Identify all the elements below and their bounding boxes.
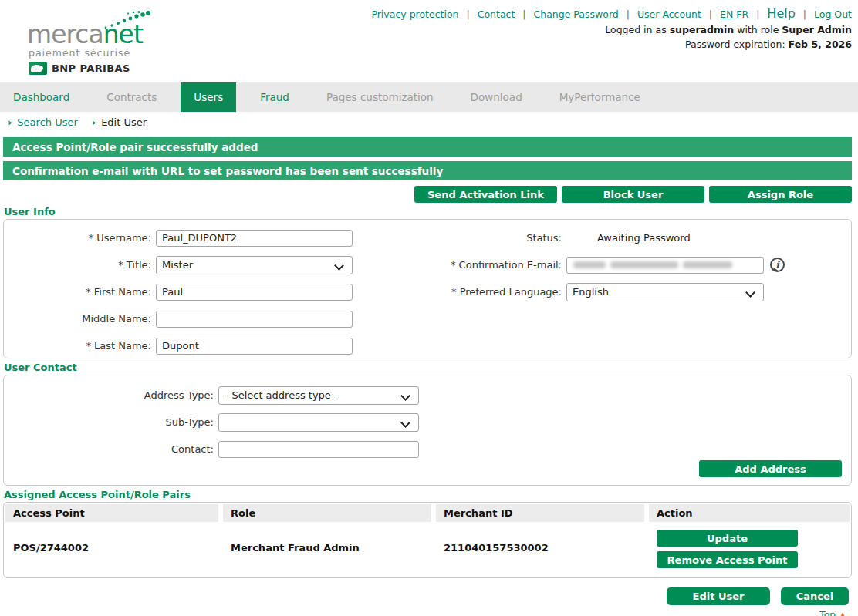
status-value: Awaiting Password [597, 232, 691, 244]
logged-in-username: superadmin [670, 24, 735, 35]
logout-link[interactable]: Log Out [814, 8, 852, 20]
contact-input[interactable] [218, 441, 419, 458]
success-message-email: Confirmation e-mail with URL to set pass… [3, 161, 852, 180]
user-info-title: User Info [4, 206, 858, 217]
tab-pages-customization[interactable]: Pages customization [313, 82, 447, 112]
separator: | [522, 8, 525, 20]
breadcrumb-label: Edit User [101, 116, 147, 128]
user-account-link[interactable]: User Account [637, 8, 701, 20]
logo-text-gray: merca [27, 19, 103, 49]
up-arrow-icon: ▲ [839, 611, 846, 616]
send-activation-link-button[interactable]: Send Activation Link [414, 186, 557, 203]
language-fr-link[interactable]: FR [736, 8, 748, 20]
change-password-link[interactable]: Change Password [534, 8, 619, 20]
utility-links: Privacy protection | Contact | Change Pa… [371, 6, 852, 21]
access-pairs-table: Access Point Role Merchant ID Action POS… [3, 502, 852, 578]
last-name-label: * Last Name: [4, 340, 156, 352]
tab-users[interactable]: Users [181, 82, 236, 112]
redacted-blob [610, 261, 678, 268]
breadcrumb: › Search User › Edit User [0, 112, 858, 133]
separator: | [709, 8, 712, 20]
middle-name-label: Middle Name: [4, 313, 156, 325]
address-type-label: Address Type: [4, 389, 218, 401]
user-actions-row: Send Activation Link Block User Assign R… [0, 186, 852, 203]
logged-in-role: Super Admin [782, 24, 852, 35]
cell-merchant-id: 211040157530002 [436, 525, 644, 571]
edit-user-button[interactable]: Edit User [667, 587, 770, 605]
cell-access-point: POS/2744002 [5, 525, 218, 571]
back-to-top[interactable]: Top ▲ [0, 609, 846, 616]
username-input[interactable] [156, 230, 353, 247]
privacy-protection-link[interactable]: Privacy protection [371, 8, 458, 20]
chevron-right-icon: › [92, 116, 96, 128]
col-access-point: Access Point [5, 504, 218, 522]
title-label: * Title: [4, 259, 156, 271]
username-label: * Username: [4, 232, 156, 244]
password-expiration: Password expiration: Feb 5, 2026 [371, 39, 852, 50]
redacted-blob [683, 261, 732, 268]
password-expiration-value: Feb 5, 2026 [789, 39, 852, 50]
tab-contracts[interactable]: Contracts [93, 82, 170, 112]
table-header-row: Access Point Role Merchant ID Action [5, 504, 850, 522]
bnp-paribas-logo: BNP PARIBAS [29, 62, 143, 75]
preferred-language-value: English [573, 286, 609, 298]
title-select-value: Mister [162, 259, 193, 271]
bnp-paribas-mark-icon [29, 62, 47, 75]
col-role: Role [223, 504, 431, 522]
tab-download[interactable]: Download [458, 82, 535, 112]
cell-role: Merchant Fraud Admin [223, 525, 431, 571]
address-type-select[interactable]: --Select address type-- [218, 386, 419, 405]
remove-access-point-button[interactable]: Remove Access Point [657, 551, 798, 568]
col-merchant-id: Merchant ID [436, 504, 644, 522]
sub-type-select[interactable] [218, 413, 419, 432]
user-info-right-column: Status: Awaiting Password * Confirmation… [427, 224, 851, 358]
preferred-language-select[interactable]: English [566, 283, 764, 301]
update-button[interactable]: Update [657, 530, 798, 547]
user-contact-panel: Address Type: --Select address type-- Su… [3, 375, 852, 486]
top-link-label[interactable]: Top [819, 609, 836, 616]
separator: | [466, 8, 469, 20]
middle-name-input[interactable] [156, 311, 353, 328]
logo-dots-icon [103, 11, 150, 31]
mercanet-logo: mercanet paiement sécurisé BNP PARIBAS [27, 23, 143, 75]
password-expiration-label: Password expiration: [685, 39, 785, 50]
logged-in-prefix: Logged in as [605, 24, 666, 35]
sub-type-label: Sub-Type: [4, 416, 218, 428]
first-name-label: * First Name: [4, 286, 156, 298]
assign-role-button[interactable]: Assign Role [709, 186, 852, 203]
success-message-access-point: Access Point/Role pair successfully adde… [3, 137, 852, 157]
info-icon[interactable]: i [770, 258, 785, 272]
page-header: mercanet paiement sécurisé BNP PARIBAS P… [0, 0, 858, 82]
main-nav: Dashboard Contracts Users Fraud Pages cu… [0, 82, 858, 112]
header-utility-area: Privacy protection | Contact | Change Pa… [371, 6, 852, 50]
contact-label: Contact: [4, 443, 218, 455]
user-contact-title: User Contact [4, 362, 858, 373]
confirmation-email-input-redacted[interactable] [566, 257, 764, 274]
user-info-left-column: * Username: * Title: Mister * First Name… [4, 224, 427, 358]
bnp-paribas-name: BNP PARIBAS [52, 62, 130, 74]
tab-myperformance[interactable]: MyPerformance [546, 82, 654, 112]
add-address-button[interactable]: Add Address [699, 460, 842, 477]
cell-actions: Update Remove Access Point [649, 525, 850, 571]
last-name-input[interactable] [156, 338, 353, 355]
address-type-value: --Select address type-- [225, 389, 338, 401]
block-user-button[interactable]: Block User [562, 186, 704, 203]
cancel-button[interactable]: Cancel [781, 587, 849, 605]
help-link[interactable]: Help [767, 6, 795, 21]
language-en-link[interactable]: EN [720, 8, 733, 20]
tab-dashboard[interactable]: Dashboard [0, 82, 83, 112]
title-select[interactable]: Mister [156, 256, 353, 274]
breadcrumb-edit-user[interactable]: › Edit User [92, 116, 147, 128]
logged-in-infix: with role [737, 24, 779, 35]
contact-link[interactable]: Contact [478, 8, 515, 20]
breadcrumb-label: Search User [17, 116, 77, 128]
separator: | [756, 8, 759, 20]
tab-fraud[interactable]: Fraud [247, 82, 302, 112]
preferred-language-label: * Preferred Language: [427, 286, 566, 298]
table-row: POS/2744002 Merchant Fraud Admin 2110401… [5, 525, 850, 571]
first-name-input[interactable] [156, 284, 353, 301]
breadcrumb-search-user[interactable]: › Search User [8, 116, 78, 128]
confirmation-email-label: * Confirmation E-mail: [427, 259, 566, 271]
col-action: Action [649, 504, 850, 522]
user-info-panel: * Username: * Title: Mister * First Name… [3, 219, 852, 358]
